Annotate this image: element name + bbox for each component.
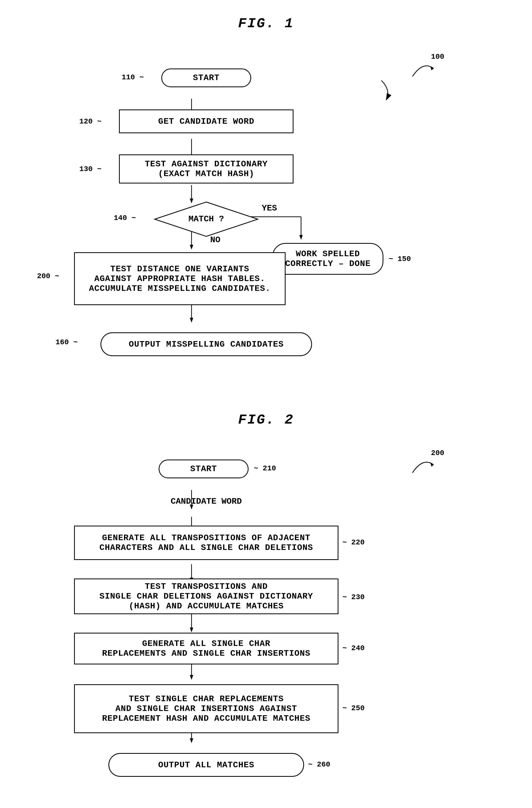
svg-marker-10 [190, 245, 193, 250]
fig1-no-label: NO [210, 235, 220, 245]
fig2-test-transpositions-node: TEST TRANSPOSITIONS AND SINGLE CHAR DELE… [74, 579, 338, 614]
fig2-test-replacements-ref: ~ 250 [343, 704, 365, 712]
fig2-candidate-word-label: CANDIDATE WORD [159, 497, 254, 506]
fig1-match-ref: 140 ~ [114, 214, 136, 222]
fig1-get-candidate-ref: 120 ~ [79, 117, 102, 126]
fig2-generate-replacements-ref: ~ 240 [343, 644, 365, 652]
fig2-ref-200-label: 200 [431, 449, 444, 457]
fig2-test-transpositions-ref: ~ 230 [343, 593, 365, 601]
fig2-generate-transpositions-node: GENERATE ALL TRANSPOSITIONS OF ADJACENT … [74, 526, 338, 560]
fig1-start-ref: 110 ~ [122, 73, 144, 81]
fig1-get-candidate-node: GET CANDIDATE WORD [119, 109, 293, 133]
fig1-start-node: START [161, 69, 251, 87]
fig2-test-replacements-node: TEST SINGLE CHAR REPLACEMENTS AND SINGLE… [74, 684, 338, 733]
fig1-work-spelled-ref: ~ 150 [389, 255, 411, 263]
fig2-start-node: START [159, 460, 249, 478]
fig1-test-distance-ref: 200 ~ [37, 272, 59, 280]
fig2-start-ref: ~ 210 [254, 464, 276, 473]
fig1-match-diamond: MATCH ? [153, 201, 259, 239]
fig2-generate-transpositions-ref: ~ 220 [343, 538, 365, 547]
fig1-work-spelled-node: WORK SPELLED CORRECTLY – DONE [272, 243, 383, 275]
fig1-output-misspelling-node: OUTPUT MISSPELLING CANDIDATES [100, 332, 312, 356]
fig2-title: FIG. 2 [21, 412, 511, 428]
fig2-output-matches-node: OUTPUT ALL MATCHES [108, 753, 304, 777]
fig1-test-dict-ref: 130 ~ [79, 165, 102, 173]
svg-marker-24 [190, 627, 193, 632]
fig2-ref-200-arrow [407, 454, 439, 478]
fig2-generate-replacements-node: GENERATE ALL SINGLE CHAR REPLACEMENTS AN… [74, 633, 338, 664]
ref-100-label: 100 [431, 53, 444, 61]
svg-marker-12 [190, 318, 193, 323]
fig1-test-distance-node: TEST DISTANCE ONE VARIANTS AGAINST APPRO… [74, 252, 286, 305]
fig1-test-dict-node: TEST AGAINST DICTIONARY (EXACT MATCH HAS… [119, 154, 293, 183]
ref-100 [407, 58, 439, 81]
fig2-output-matches-ref: ~ 260 [308, 760, 330, 769]
fig2-section: FIG. 2 [21, 412, 511, 808]
page: FIG. 1 [0, 0, 532, 808]
svg-marker-8 [299, 235, 303, 240]
svg-marker-28 [190, 738, 193, 743]
fig1-container: 100 START 110 ~ GET CANDIDATE WORD 120 ~… [21, 47, 511, 391]
fig1-output-misspelling-ref: 160 ~ [56, 338, 78, 346]
fig2-container: 200 START ~ 210 CANDIDATE WORD GENERATE … [21, 444, 511, 808]
svg-marker-26 [190, 675, 193, 680]
svg-text:MATCH ?: MATCH ? [188, 214, 224, 224]
fig1-title: FIG. 1 [21, 16, 511, 32]
fig1-yes-label: YES [262, 203, 277, 213]
